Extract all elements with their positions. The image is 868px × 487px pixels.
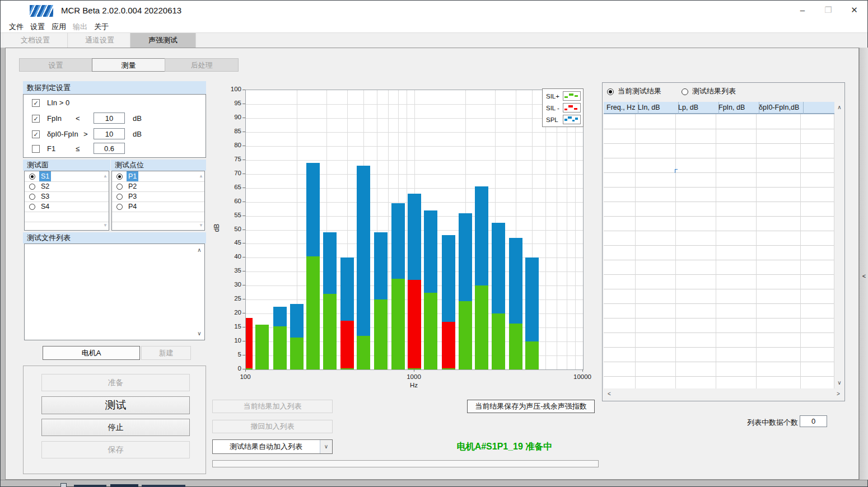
list-count-input[interactable]: [800, 415, 827, 427]
undo-add-button[interactable]: 撤回加入列表: [212, 420, 333, 433]
table-row[interactable]: [604, 172, 834, 188]
scroll-down-icon[interactable]: ∨: [196, 329, 203, 338]
column-header-6[interactable]: [800, 102, 837, 114]
project-name-button[interactable]: 电机A: [43, 346, 140, 360]
radio-result-list-label[interactable]: 测试结果列表: [692, 86, 736, 96]
run-button-准备[interactable]: 准备: [41, 374, 190, 391]
scroll-up-icon[interactable]: ∧: [196, 246, 203, 255]
table-row[interactable]: [604, 347, 834, 362]
tab-3[interactable]: 声强测试: [130, 33, 196, 48]
scroll-down-icon[interactable]: ∨: [835, 378, 844, 387]
surface-radio-S3[interactable]: [29, 194, 35, 200]
column-header-3[interactable]: Lp, dB: [675, 102, 719, 114]
table-row[interactable]: [604, 158, 834, 173]
minimize-button[interactable]: –: [790, 1, 815, 21]
menu-item-2[interactable]: 设置: [26, 21, 49, 32]
run-button-停止[interactable]: 停止: [41, 419, 190, 436]
point-label-P3[interactable]: P3: [127, 191, 138, 202]
judge-value-input-4[interactable]: [94, 143, 125, 154]
point-row-2[interactable]: P2: [112, 181, 204, 192]
table-row[interactable]: [604, 362, 834, 377]
point-label-P1[interactable]: P1: [127, 171, 138, 181]
surface-label-S2[interactable]: S2: [39, 181, 51, 191]
table-row[interactable]: [604, 333, 834, 348]
menu-item-4[interactable]: 输出: [69, 21, 91, 32]
subtab-3[interactable]: 后处理: [165, 58, 239, 72]
column-header-1[interactable]: Freq., Hz: [604, 102, 638, 114]
add-current-button[interactable]: 当前结果加入列表: [212, 400, 333, 413]
subtab-2[interactable]: 测量: [92, 58, 165, 72]
menu-item-5[interactable]: 关于: [90, 21, 113, 32]
surface-label-S4[interactable]: S4: [39, 202, 51, 212]
point-scroll-down-icon[interactable]: ▼: [199, 223, 203, 228]
judge-checkbox-4[interactable]: [32, 145, 40, 153]
point-row-3[interactable]: P3: [112, 191, 204, 202]
judge-checkbox-1[interactable]: ✓: [32, 99, 40, 107]
file-list[interactable]: ∧ ∨: [24, 244, 205, 340]
table-row[interactable]: [604, 114, 834, 129]
chevron-down-icon[interactable]: ∨: [320, 440, 332, 453]
surface-radio-S4[interactable]: [29, 204, 35, 210]
surface-scroll-up-icon[interactable]: ▲: [103, 174, 108, 179]
scroll-up-icon[interactable]: ∧: [835, 103, 844, 112]
surface-row-4[interactable]: S4: [25, 202, 109, 212]
results-vscrollbar[interactable]: ∧ ∨: [835, 102, 844, 388]
table-row[interactable]: [604, 376, 834, 388]
table-row[interactable]: [604, 303, 834, 319]
menu-item-1[interactable]: 文件: [5, 21, 27, 32]
tab-2[interactable]: 通道设置: [69, 33, 130, 48]
judge-checkbox-2[interactable]: ✓: [32, 115, 40, 123]
auto-add-dropdown[interactable]: 测试结果自动加入列表 ∨: [212, 439, 333, 454]
radio-current-result[interactable]: [607, 88, 614, 95]
results-table[interactable]: [604, 114, 834, 388]
table-row[interactable]: [604, 260, 834, 275]
scroll-left-icon[interactable]: <: [606, 390, 613, 398]
table-row[interactable]: [604, 187, 834, 202]
table-row[interactable]: [604, 143, 834, 158]
column-header-4[interactable]: FpIn, dB: [716, 102, 759, 114]
panel-collapse-strip[interactable]: <: [859, 48, 868, 480]
surface-row-2[interactable]: S2: [25, 181, 109, 192]
point-label-P4[interactable]: P4: [127, 202, 138, 212]
subtab-1[interactable]: 设置: [19, 58, 92, 72]
run-button-测试[interactable]: 测试: [41, 396, 190, 414]
table-row[interactable]: [604, 318, 834, 333]
surface-row-3[interactable]: S3: [25, 191, 109, 202]
table-row[interactable]: [604, 289, 834, 304]
point-row-1[interactable]: P1: [112, 171, 204, 182]
surface-scroll-down-icon[interactable]: ▼: [103, 223, 108, 228]
table-row[interactable]: [604, 231, 834, 246]
table-row[interactable]: [604, 202, 834, 217]
judge-value-input-2[interactable]: [94, 113, 125, 124]
point-radio-P3[interactable]: [116, 194, 123, 200]
judge-value-input-3[interactable]: [94, 128, 125, 139]
radio-current-result-label[interactable]: 当前测试结果: [618, 86, 661, 96]
results-hscrollbar[interactable]: < >: [604, 390, 844, 398]
point-radio-P1[interactable]: [116, 174, 123, 180]
radio-result-list[interactable]: [682, 88, 688, 95]
table-row[interactable]: [604, 129, 834, 144]
surface-label-S1[interactable]: S1: [39, 171, 51, 181]
surface-radio-S2[interactable]: [29, 184, 35, 190]
tab-1[interactable]: 文档设置: [3, 33, 68, 48]
surface-radio-S1[interactable]: [29, 174, 35, 180]
judge-checkbox-3[interactable]: ✓: [32, 130, 40, 138]
save-as-index-button[interactable]: 当前结果保存为声压-残余声强指数: [467, 400, 595, 413]
column-header-2[interactable]: LIn, dB: [635, 102, 679, 114]
surface-row-1[interactable]: S1: [25, 171, 109, 182]
scroll-right-icon[interactable]: >: [835, 390, 842, 398]
column-header-5[interactable]: δpI0-FpIn,dB: [756, 102, 804, 114]
point-scroll-up-icon[interactable]: ▲: [199, 174, 203, 179]
point-radio-P2[interactable]: [116, 184, 123, 190]
close-button[interactable]: ✕: [841, 1, 867, 21]
table-row[interactable]: [604, 216, 834, 231]
menu-item-3[interactable]: 应用: [48, 21, 70, 32]
surface-label-S3[interactable]: S3: [39, 191, 51, 202]
point-label-P2[interactable]: P2: [127, 181, 138, 191]
table-row[interactable]: [604, 274, 834, 289]
collapse-left-icon[interactable]: <: [860, 273, 868, 279]
new-project-button[interactable]: 新建: [141, 346, 191, 360]
maximize-button[interactable]: ❐: [815, 1, 841, 21]
table-row[interactable]: [604, 245, 834, 260]
run-button-保存[interactable]: 保存: [41, 441, 190, 458]
